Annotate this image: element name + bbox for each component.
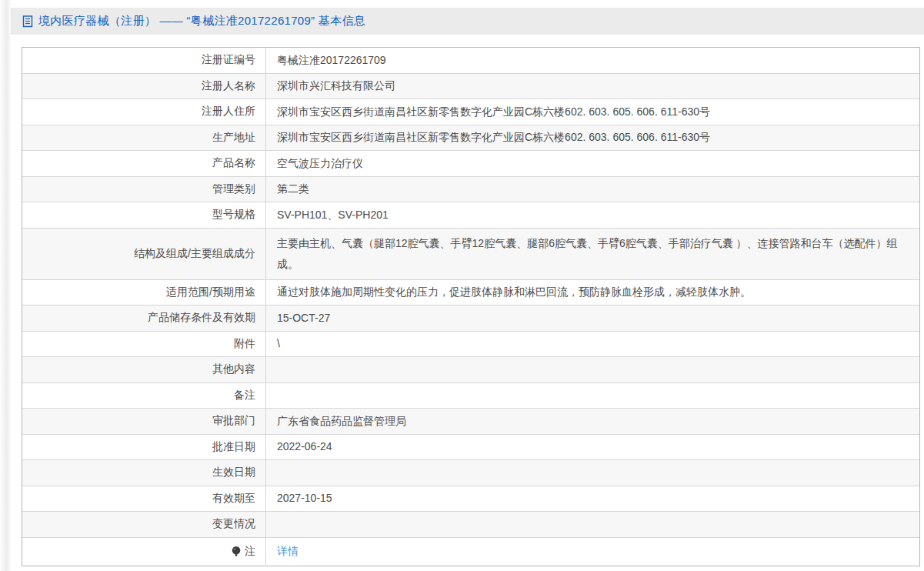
- row-label: 型号规格: [22, 202, 266, 228]
- page-header: 境内医疗器械（注册） —— “粤械注准20172261709” 基本信息: [11, 8, 924, 35]
- table-row-production-address: 生产地址 深圳市宝安区西乡街道南昌社区新零售数字化产业园C栋六楼602. 603…: [22, 125, 919, 152]
- row-value: 2027-10-15: [266, 486, 919, 512]
- row-value: 深圳市宝安区西乡街道南昌社区新零售数字化产业园C栋六楼602. 603. 605…: [266, 99, 919, 125]
- row-value: 15-OCT-27: [266, 306, 919, 331]
- row-label: 注册人住所: [22, 99, 266, 125]
- table-row-registrant-address: 注册人住所 深圳市宝安区西乡街道南昌社区新零售数字化产业园C栋六楼602. 60…: [22, 99, 919, 125]
- note-icon: [231, 546, 242, 557]
- row-value: [266, 383, 919, 409]
- row-label: 产品名称: [22, 151, 266, 176]
- table-row-note: 注 详情: [22, 538, 919, 566]
- table-row-storage-validity: 产品储存条件及有效期 15-OCT-27: [22, 306, 919, 332]
- row-label: 变更情况: [22, 512, 266, 537]
- row-label: 注: [22, 538, 266, 566]
- row-label: 注册证编号: [22, 48, 266, 73]
- row-value: 通过对肢体施加周期性变化的压力，促进肢体静脉和淋巴回流，预防静脉血栓形成，减轻肢…: [266, 280, 919, 306]
- row-value: 空气波压力治疗仪: [266, 151, 919, 176]
- row-value: [266, 357, 919, 382]
- table-row-attachment: 附件 \: [22, 332, 919, 358]
- page-title-text: 境内医疗器械（注册） —— “粤械注准20172261709” 基本信息: [38, 14, 365, 28]
- row-value: 粤械注准20172261709: [266, 48, 919, 73]
- row-value: [266, 460, 919, 486]
- row-label: 适用范围/预期用途: [22, 280, 266, 306]
- table-row-model-spec: 型号规格 SV-PH101、SV-PH201: [22, 202, 919, 229]
- document-icon: [22, 15, 34, 28]
- row-value: 主要由主机、气囊（腿部12腔气囊、手臂12腔气囊、腿部6腔气囊、手臂6腔气囊、手…: [266, 229, 919, 279]
- row-label: 有效期至: [22, 486, 266, 512]
- row-label: 结构及组成/主要组成成分: [22, 229, 266, 279]
- row-value: [266, 512, 919, 537]
- row-label: 审批部门: [22, 409, 266, 434]
- table-row-structure-composition: 结构及组成/主要组成成分 主要由主机、气囊（腿部12腔气囊、手臂12腔气囊、腿部…: [22, 229, 919, 280]
- row-value: 2022-06-24: [266, 435, 919, 460]
- row-label: 生产地址: [22, 125, 266, 151]
- table-row-registrant-name: 注册人名称 深圳市兴汇科技有限公司: [22, 74, 919, 100]
- row-value: \: [266, 332, 919, 357]
- page: 境内医疗器械（注册） —— “粤械注准20172261709” 基本信息 注册证…: [0, 0, 924, 571]
- row-label-text: 注: [245, 545, 255, 559]
- row-label: 批准日期: [22, 435, 266, 460]
- detail-link[interactable]: 详情: [277, 541, 299, 562]
- table-row-change-status: 变更情况: [22, 512, 919, 538]
- row-label: 产品储存条件及有效期: [22, 306, 266, 331]
- row-label: 生效日期: [22, 460, 266, 486]
- table-row-registration-number: 注册证编号 粤械注准20172261709: [22, 48, 919, 74]
- row-value: 深圳市兴汇科技有限公司: [266, 74, 919, 99]
- table-row-approval-department: 审批部门 广东省食品药品监督管理局: [22, 409, 919, 435]
- row-label: 注册人名称: [22, 74, 266, 99]
- table-row-intended-use: 适用范围/预期用途 通过对肢体施加周期性变化的压力，促进肢体静脉和淋巴回流，预防…: [22, 280, 919, 306]
- table-row-product-name: 产品名称 空气波压力治疗仪: [22, 151, 919, 177]
- table-row-other-content: 其他内容: [22, 357, 919, 383]
- row-value: 第二类: [266, 177, 919, 202]
- left-edge-shadow: [0, 0, 11, 571]
- row-value: 详情: [266, 538, 919, 566]
- page-title: 境内医疗器械（注册） —— “粤械注准20172261709” 基本信息: [22, 14, 365, 28]
- row-label: 管理类别: [22, 177, 266, 202]
- table-row-valid-until: 有效期至 2027-10-15: [22, 486, 919, 513]
- table-row-management-category: 管理类别 第二类: [22, 177, 919, 203]
- row-label: 其他内容: [22, 357, 266, 382]
- table-row-remarks: 备注: [22, 383, 919, 409]
- table-row-approval-date: 批准日期 2022-06-24: [22, 435, 919, 461]
- table-row-effective-date: 生效日期: [22, 460, 919, 486]
- row-label: 备注: [22, 383, 266, 409]
- row-label: 附件: [22, 332, 266, 357]
- row-value: 深圳市宝安区西乡街道南昌社区新零售数字化产业园C栋六楼602. 603. 605…: [266, 125, 919, 151]
- row-value: SV-PH101、SV-PH201: [266, 202, 919, 228]
- registration-info-table: 注册证编号 粤械注准20172261709 注册人名称 深圳市兴汇科技有限公司 …: [22, 47, 920, 566]
- row-value: 广东省食品药品监督管理局: [266, 409, 919, 434]
- row-value-text: 主要由主机、气囊（腿部12腔气囊、手臂12腔气囊、腿部6腔气囊、手臂6腔气囊、手…: [277, 233, 902, 275]
